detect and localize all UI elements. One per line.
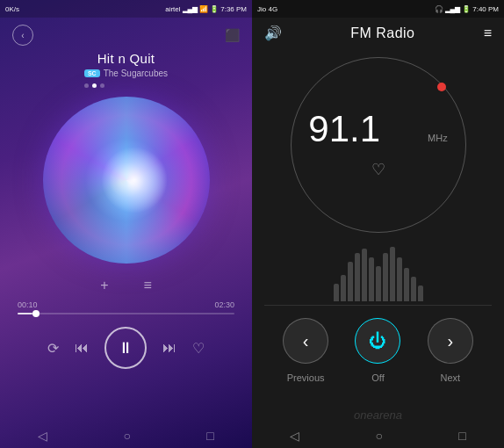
nav-bar-right: ◁ ○ □ [252, 429, 504, 443]
artist-badge: SC [84, 69, 100, 77]
status-right: airtel ▂▄▆ 📶 🔋 7:36 PM [165, 5, 247, 13]
fm-unit: MHz [428, 133, 448, 143]
fm-next-icon: › [447, 331, 453, 351]
playback-controls: ⟳ ⏮ ⏸ ⏭ ♡ [47, 327, 205, 369]
wave-bar-3 [348, 262, 353, 301]
right-time: 7:40 PM [472, 5, 499, 13]
add-playlist-row: + ≡ [100, 278, 152, 293]
status-left: 0K/s [5, 5, 19, 13]
music-player-panel: 0K/s airtel ▂▄▆ 📶 🔋 7:36 PM ‹ ⬛ Hit n Qu… [0, 0, 252, 448]
dot-2 [92, 83, 97, 88]
fm-indicator-dot [437, 83, 446, 91]
fm-circle: 91.1 MHz ♡ [291, 57, 466, 233]
nav-back-icon[interactable]: ◁ [38, 429, 47, 443]
fm-radio-title: FM Radio [350, 25, 414, 41]
fm-prev-icon: ‹ [303, 331, 309, 351]
watermark: onearena [354, 408, 402, 422]
next-button[interactable]: ⏭ [162, 340, 176, 356]
battery-icon: 🔋 [210, 5, 219, 13]
wave-bar-12 [411, 277, 416, 301]
right-signal-icon: ▂▄▆ [445, 5, 461, 13]
nav-recent-icon[interactable]: □ [206, 429, 213, 443]
repeat-button[interactable]: ⟳ [47, 340, 59, 357]
wave-bar-1 [334, 284, 339, 301]
back-button[interactable]: ‹ [12, 25, 33, 46]
signal-icon: ▂▄▆ [183, 5, 198, 13]
progress-times: 00:10 02:30 [18, 300, 234, 309]
nav-right-recent-icon[interactable]: □ [458, 429, 465, 443]
right-carrier: Jio 4G [257, 5, 277, 13]
prev-button[interactable]: ⏮ [75, 340, 89, 356]
left-status-bar: 0K/s airtel ▂▄▆ 📶 🔋 7:36 PM [0, 0, 252, 18]
pause-icon: ⏸ [118, 339, 133, 358]
fm-prev-button[interactable]: ‹ [283, 318, 328, 364]
right-status-bar: Jio 4G 🎧 ▂▄▆ 🔋 7:40 PM [252, 0, 504, 18]
fm-prev-label: Previous [283, 372, 328, 383]
back-icon: ‹ [21, 31, 24, 40]
add-button[interactable]: + [100, 278, 108, 293]
headphone-icon: 🎧 [435, 5, 443, 13]
right-status-left: Jio 4G [257, 5, 277, 13]
progress-section: 00:10 02:30 [0, 293, 252, 318]
wave-bar-9 [390, 247, 395, 301]
wave-bar-8 [383, 253, 388, 301]
wave-bar-5 [362, 249, 367, 301]
progress-thumb [32, 310, 40, 317]
wave-bar-10 [397, 257, 402, 301]
fm-frequency: 91.1 [308, 111, 380, 148]
wave-bar-7 [376, 266, 381, 301]
nav-home-icon[interactable]: ○ [124, 429, 131, 443]
nav-right-back-icon[interactable]: ◁ [290, 429, 299, 443]
wave-bar-2 [341, 275, 346, 301]
dots-indicator [84, 83, 168, 88]
favorite-button[interactable]: ♡ [192, 340, 205, 357]
speed-indicator: 0K/s [5, 5, 19, 13]
waveform-display [252, 240, 504, 301]
time-label: 7:36 PM [220, 5, 247, 13]
track-title: Hit n Quit [84, 51, 168, 66]
dot-1 [84, 83, 89, 88]
volume-button[interactable]: 🔊 [264, 25, 282, 41]
fm-next-label: Next [428, 372, 473, 383]
wave-bar-6 [369, 257, 374, 301]
fm-power-label: Off [355, 372, 400, 383]
carrier-label: airtel [165, 5, 180, 13]
wave-bar-4 [355, 253, 360, 301]
progress-bar[interactable] [18, 313, 234, 314]
wifi-icon: 📶 [199, 5, 208, 13]
fm-controls: ‹ ⏻ › [252, 309, 504, 372]
fm-divider [264, 305, 491, 306]
pause-button[interactable]: ⏸ [104, 327, 147, 369]
current-time: 00:10 [18, 300, 38, 309]
cast-button[interactable]: ⬛ [225, 28, 240, 42]
album-art [43, 97, 210, 264]
album-art-glow [101, 147, 168, 213]
dot-3 [100, 83, 104, 88]
right-status-right: 🎧 ▂▄▆ 🔋 7:40 PM [435, 5, 499, 13]
fm-frequency-display: 91.1 MHz [308, 111, 447, 148]
left-header: ‹ ⬛ [0, 18, 252, 49]
fm-power-button[interactable]: ⏻ [355, 318, 400, 364]
right-battery-icon: 🔋 [462, 5, 471, 13]
total-time: 02:30 [214, 300, 234, 309]
fm-ctrl-labels: Previous Off Next [252, 372, 504, 383]
nav-right-home-icon[interactable]: ○ [376, 429, 383, 443]
fm-favorite-button[interactable]: ♡ [371, 160, 385, 179]
wave-bar-11 [404, 268, 409, 301]
track-artist: SC The Sugarcubes [84, 69, 168, 78]
cast-icon: ⬛ [225, 28, 240, 42]
right-header: 🔊 FM Radio ≡ [252, 18, 504, 48]
playlist-button[interactable]: ≡ [144, 278, 152, 293]
menu-button[interactable]: ≡ [484, 25, 492, 41]
nav-bar-left: ◁ ○ □ [0, 429, 252, 443]
fm-next-button[interactable]: › [428, 318, 473, 364]
wave-bar-13 [418, 285, 423, 301]
progress-fill [18, 313, 32, 314]
fm-dial[interactable]: 91.1 MHz ♡ [291, 57, 466, 233]
fm-power-icon: ⏻ [369, 331, 386, 351]
fm-radio-panel: Jio 4G 🎧 ▂▄▆ 🔋 7:40 PM 🔊 FM Radio ≡ 91.1… [252, 0, 504, 448]
artist-name: The Sugarcubes [104, 69, 168, 78]
track-info: Hit n Quit SC The Sugarcubes [84, 51, 168, 88]
